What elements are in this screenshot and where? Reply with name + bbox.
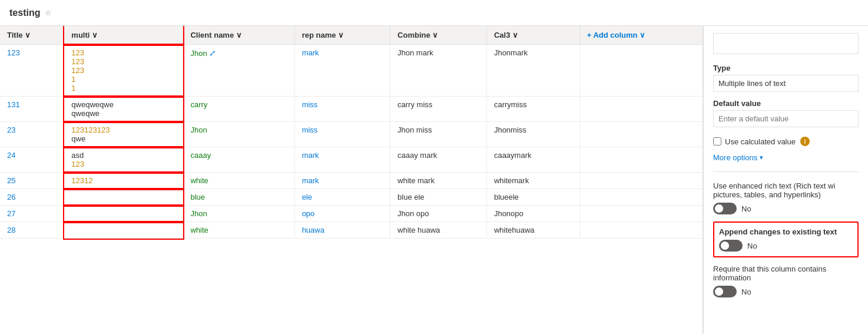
default-value-input[interactable] — [713, 110, 859, 127]
table-row: 131qweqweqweqweqwecarrymisscarry misscar… — [0, 97, 703, 122]
col-multi[interactable]: multi ∨ — [64, 26, 183, 45]
add-col-cell — [579, 173, 703, 189]
multi-cell: 12312312311 — [64, 45, 183, 97]
rich-text-toggle[interactable] — [713, 203, 737, 214]
cal3-cell: caaaymark — [486, 147, 579, 173]
row-id: 24 — [0, 147, 64, 173]
append-section: Append changes to existing text No — [713, 221, 859, 257]
multi-cell — [64, 206, 183, 222]
table-row: 24asd123caaaymarkcaaay markcaaaymark — [0, 147, 703, 173]
rep-name-cell: mark — [294, 45, 390, 97]
rep-name-cell: miss — [294, 122, 390, 147]
combine-cell: caaay mark — [390, 147, 487, 173]
multi-cell — [64, 222, 183, 239]
client-name-cell: carry — [183, 97, 294, 122]
multi-cell: asd123 — [64, 147, 183, 173]
add-col-cell — [579, 206, 703, 222]
table-row: 12312312312311Jhon ⤢markJhon markJhonmar… — [0, 45, 703, 97]
rich-text-label: Use enhanced rich text (Rich text wi pic… — [713, 181, 859, 199]
client-name-cell: white — [183, 222, 294, 239]
sort-icon-add: ∨ — [640, 31, 645, 39]
combine-cell: blue ele — [390, 189, 487, 206]
append-toggle[interactable] — [719, 240, 743, 252]
top-bar: testing ☆ — [0, 0, 868, 26]
side-panel: Type Multiple lines of text Default valu… — [703, 26, 868, 334]
rep-name-cell: ele — [294, 189, 390, 206]
more-options-chevron: ▾ — [760, 154, 763, 161]
cal3-cell: carrymiss — [486, 97, 579, 122]
rich-text-toggle-row: No — [713, 203, 859, 214]
table-row: 27JhonopoJhon opoJhonopo — [0, 206, 703, 222]
combine-cell: carry miss — [390, 97, 487, 122]
info-icon[interactable]: i — [800, 137, 810, 146]
require-no: No — [741, 287, 751, 296]
client-name-cell: Jhon — [183, 206, 294, 222]
cal3-cell: Jhonmiss — [486, 122, 579, 147]
table-row: 2512312whitemarkwhite markwhitemark — [0, 173, 703, 189]
multi-cell: 12312 — [64, 173, 183, 189]
calc-checkbox-label[interactable]: Use calculated value — [713, 137, 796, 146]
require-slider — [713, 286, 737, 297]
add-column-button[interactable]: + Add column ∨ — [579, 26, 703, 45]
multi-cell — [64, 189, 183, 206]
combine-cell: Jhon miss — [390, 122, 487, 147]
row-id: 123 — [0, 45, 64, 97]
cal3-cell: Jhonopo — [486, 206, 579, 222]
multi-cell: qweqweqweqweqwe — [64, 97, 183, 122]
multi-cell: 123123123qwe — [64, 122, 183, 147]
rich-text-slider — [713, 203, 737, 214]
cal3-cell: Jhonmark — [486, 45, 579, 97]
col-rep-name[interactable]: rep name ∨ — [294, 26, 390, 45]
main-area: Title ∨ multi ∨ Client name ∨ rep name ∨… — [0, 26, 868, 334]
calc-checkbox[interactable] — [713, 137, 721, 145]
client-name-cell: Jhon ⤢ — [183, 45, 294, 97]
append-no: No — [747, 242, 757, 250]
type-value: Multiple lines of text — [713, 75, 859, 92]
sort-icon-rep: ∨ — [338, 31, 344, 39]
append-toggle-row: No — [719, 240, 853, 252]
row-id: 26 — [0, 189, 64, 206]
append-label: Append changes to existing text — [719, 227, 853, 236]
sort-icon-cal3: ∨ — [512, 31, 518, 39]
calc-label-text: Use calculated value — [725, 137, 796, 146]
rich-text-section: Use enhanced rich text (Rich text wi pic… — [713, 181, 859, 214]
col-cal3[interactable]: Cal3 ∨ — [486, 26, 579, 45]
row-id: 131 — [0, 97, 64, 122]
row-id: 28 — [0, 222, 64, 239]
page-title: testing — [9, 8, 40, 18]
col-title[interactable]: Title ∨ — [0, 26, 64, 45]
cal3-cell: blueele — [486, 189, 579, 206]
combine-cell: white mark — [390, 173, 487, 189]
require-toggle-row: No — [713, 286, 859, 297]
require-toggle[interactable] — [713, 286, 737, 297]
col-combine[interactable]: Combine ∨ — [390, 26, 487, 45]
col-client-name[interactable]: Client name ∨ — [183, 26, 294, 45]
data-table: Title ∨ multi ∨ Client name ∨ rep name ∨… — [0, 26, 703, 239]
rep-name-cell: miss — [294, 97, 390, 122]
client-name-cell: caaay — [183, 147, 294, 173]
more-options-row[interactable]: More options ▾ — [713, 153, 859, 162]
rep-name-cell: mark — [294, 147, 390, 173]
require-section: Require that this column contains inform… — [713, 264, 859, 297]
more-options-label: More options — [713, 153, 757, 162]
row-id: 27 — [0, 206, 64, 222]
add-col-cell — [579, 189, 703, 206]
cal3-cell: whitehuawa — [486, 222, 579, 239]
favorite-icon[interactable]: ☆ — [45, 8, 52, 17]
add-col-cell — [579, 45, 703, 97]
rep-name-cell: mark — [294, 173, 390, 189]
calc-row: Use calculated value i — [713, 137, 859, 146]
expand-icon[interactable]: ⤢ — [209, 48, 216, 58]
client-name-cell: white — [183, 173, 294, 189]
client-name-cell: Jhon — [183, 122, 294, 147]
rep-name-cell: huawa — [294, 222, 390, 239]
rep-name-cell: opo — [294, 206, 390, 222]
sort-icon-multi: ∨ — [92, 31, 98, 39]
add-col-cell — [579, 122, 703, 147]
table-row: 26blueeleblue eleblueele — [0, 189, 703, 206]
panel-preview-box — [713, 33, 859, 54]
cal3-cell: whitemark — [486, 173, 579, 189]
default-section: Default value — [713, 99, 859, 127]
table-row: 23123123123qweJhonmissJhon missJhonmiss — [0, 122, 703, 147]
row-id: 23 — [0, 122, 64, 147]
